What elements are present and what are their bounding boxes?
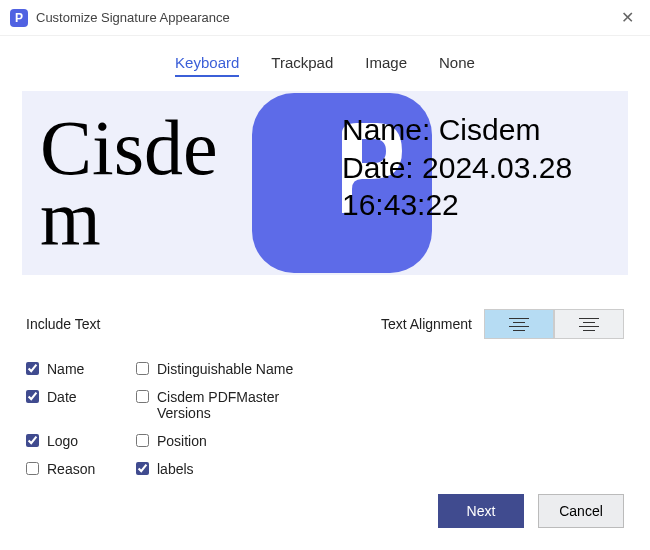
cancel-button[interactable]: Cancel <box>538 494 624 528</box>
align-right-button[interactable] <box>554 309 624 339</box>
window-title: Customize Signature Appearance <box>36 10 230 25</box>
checkbox-name-label: Name <box>47 361 84 377</box>
checkbox-labels[interactable]: labels <box>136 461 336 477</box>
titlebar: P Customize Signature Appearance ✕ <box>0 0 650 36</box>
checkbox-date[interactable]: Date <box>26 389 136 421</box>
signature-preview: Cisdem Name: Cisdem Date: 2024.03.28 16:… <box>22 91 628 275</box>
footer-buttons: Next Cancel <box>438 494 624 528</box>
tab-keyboard[interactable]: Keyboard <box>175 54 239 77</box>
preview-date-line: Date: 2024.03.28 <box>342 149 572 187</box>
text-alignment-label: Text Alignment <box>381 316 472 332</box>
checkbox-logo-label: Logo <box>47 433 78 449</box>
close-icon[interactable]: ✕ <box>615 6 640 29</box>
checkbox-reason-label: Reason <box>47 461 95 477</box>
checkbox-date-label: Date <box>47 389 77 405</box>
checkbox-versions-input[interactable] <box>136 390 149 403</box>
checkbox-name[interactable]: Name <box>26 361 136 377</box>
checkbox-logo-input[interactable] <box>26 434 39 447</box>
tabs: Keyboard Trackpad Image None <box>0 36 650 85</box>
checkbox-name-input[interactable] <box>26 362 39 375</box>
checkbox-reason[interactable]: Reason <box>26 461 136 477</box>
checkbox-logo[interactable]: Logo <box>26 433 136 449</box>
checkbox-labels-input[interactable] <box>136 462 149 475</box>
preview-info-text: Name: Cisdem Date: 2024.03.28 16:43:22 <box>342 111 572 224</box>
align-left-button[interactable] <box>484 309 554 339</box>
options-header: Include Text Text Alignment <box>26 309 624 339</box>
checkbox-distinguishable-name[interactable]: Distinguishable Name <box>136 361 336 377</box>
checkbox-distinguishable-name-input[interactable] <box>136 362 149 375</box>
include-options-grid: Name Distinguishable Name Date Cisdem PD… <box>26 361 624 477</box>
preview-signature-text: Cisdem <box>22 113 272 253</box>
align-left-icon <box>509 318 529 331</box>
checkbox-labels-label: labels <box>157 461 194 477</box>
align-right-icon <box>579 318 599 331</box>
checkbox-date-input[interactable] <box>26 390 39 403</box>
tab-trackpad[interactable]: Trackpad <box>271 54 333 77</box>
app-icon: P <box>10 9 28 27</box>
checkbox-reason-input[interactable] <box>26 462 39 475</box>
preview-time-line: 16:43:22 <box>342 186 572 224</box>
checkbox-position-label: Position <box>157 433 207 449</box>
tab-none[interactable]: None <box>439 54 475 77</box>
text-alignment-group: Text Alignment <box>381 309 624 339</box>
checkbox-position-input[interactable] <box>136 434 149 447</box>
checkbox-distinguishable-name-label: Distinguishable Name <box>157 361 293 377</box>
checkbox-versions-label: Cisdem PDFMaster Versions <box>157 389 336 421</box>
next-button[interactable]: Next <box>438 494 524 528</box>
checkbox-position[interactable]: Position <box>136 433 336 449</box>
content-area: Include Text Text Alignment Name Disting… <box>0 275 650 477</box>
checkbox-versions[interactable]: Cisdem PDFMaster Versions <box>136 389 336 421</box>
tab-image[interactable]: Image <box>365 54 407 77</box>
include-text-label: Include Text <box>26 316 100 332</box>
preview-name-line: Name: Cisdem <box>342 111 572 149</box>
